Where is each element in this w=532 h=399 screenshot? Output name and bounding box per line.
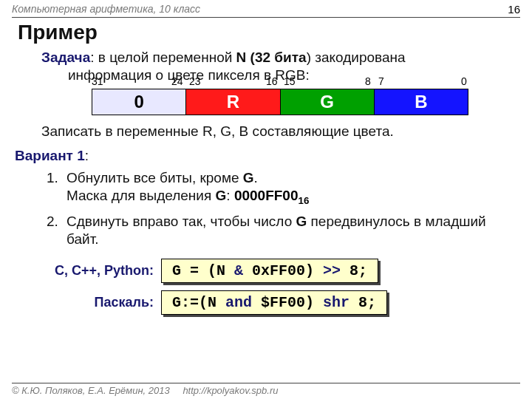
- step-1: Обнулить все биты, кроме G. Маска для вы…: [62, 169, 505, 207]
- course-label: Компьютерная арифметика, 10 класс: [12, 3, 200, 16]
- bit-cell-g: G: [281, 89, 375, 115]
- content: Задача: в целой переменной N (32 бита) з…: [0, 49, 532, 248]
- bit-cell-0: 0: [92, 89, 186, 115]
- bit-cell-b: B: [375, 89, 468, 115]
- bit-cells: 0 R G B: [92, 89, 468, 115]
- code-label-c: С, С++, Python:: [35, 263, 161, 279]
- code-block: С, С++, Python: G = (N & 0xFF00) >> 8; П…: [35, 259, 532, 315]
- code-row-c: С, С++, Python: G = (N & 0xFF00) >> 8;: [35, 259, 532, 283]
- page-title: Пример: [0, 18, 532, 49]
- code-row-pascal: Паскаль: G:=(N and $FF00) shr 8;: [35, 290, 532, 315]
- task-end: Записать в переменные R, G, B составляющ…: [41, 123, 505, 140]
- mask-value: 0000FF0016: [234, 188, 309, 203]
- footer: © К.Ю. Поляков, Е.А. Ерёмин, 2013 http:/…: [12, 383, 520, 396]
- code-pascal: G:=(N and $FF00) shr 8;: [161, 290, 387, 315]
- step-2: Сдвинуть вправо так, чтобы число G перед…: [62, 213, 505, 248]
- bit-diagram: 31 24 23 16 15 8 7 0 0 R G B: [92, 89, 468, 115]
- task-label: Задача: [41, 50, 90, 65]
- page-number: 16: [508, 3, 520, 16]
- steps-list: Обнулить все биты, кроме G. Маска для вы…: [41, 169, 505, 248]
- copyright: © К.Ю. Поляков, Е.А. Ерёмин, 2013: [12, 385, 170, 396]
- bit-cell-r: R: [186, 89, 280, 115]
- variant-line: Вариант 1:: [15, 147, 505, 165]
- code-label-pascal: Паскаль:: [35, 295, 161, 310]
- code-c: G = (N & 0xFF00) >> 8;: [161, 259, 378, 283]
- header-bar: Компьютерная арифметика, 10 класс 16: [0, 0, 532, 16]
- footer-url[interactable]: http://kpolyakov.spb.ru: [183, 385, 278, 396]
